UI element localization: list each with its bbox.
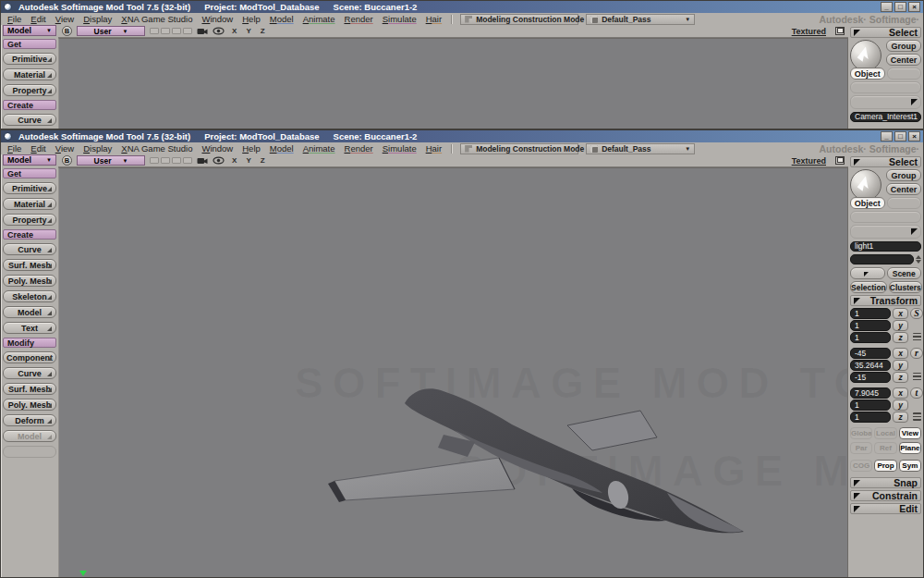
menu-animate[interactable]: Animate [298,143,340,154]
select-tool-button[interactable] [850,169,881,201]
scale-x-toggle[interactable]: x [893,308,908,319]
sidebar-button-poly-mesh[interactable]: Poly. Mesh [3,399,56,411]
translate-x-field[interactable]: 7.9045 [850,387,891,399]
sidebar-button-component[interactable]: Component [3,351,56,363]
translate-y-field[interactable]: 1 [850,400,891,411]
sidebar-button-surf-mesh[interactable]: Surf. Mesh [3,383,56,395]
snap-panel-header[interactable]: Snap [850,477,921,488]
menu-hair[interactable]: Hair [421,143,446,154]
display-mode-menu[interactable]: Textured [792,156,826,166]
sidebar-button-property[interactable]: Property [3,214,56,226]
sidebar-button-model[interactable]: Model [3,430,56,442]
toolbar-mode-dropdown[interactable]: Model ▼ [3,154,56,166]
empty-filter-slot[interactable] [850,81,921,93]
menu-view[interactable]: View [51,143,79,154]
pick-session-slot[interactable] [850,95,921,109]
global-button[interactable]: Global [850,427,872,439]
menu-help[interactable]: Help [237,143,265,154]
menu-hair[interactable]: Hair [421,14,446,24]
object-button[interactable]: Object [850,197,885,209]
menu-render[interactable]: Render [340,14,378,24]
sidebar-empty-slot[interactable] [3,446,56,458]
sidebar-button-model[interactable]: Model [3,306,56,318]
scale-x-field[interactable]: 1 [850,308,891,319]
sidebar-button-surf-mesh[interactable]: Surf. Mesh [3,259,56,271]
menu-edit[interactable]: Edit [26,14,50,24]
plane-button[interactable]: Plane [899,442,921,454]
construction-mode-dropdown[interactable]: Modeling Construction Mode ▼ [460,143,578,154]
view-button[interactable]: View [899,427,921,439]
scale-y-field[interactable]: 1 [850,320,891,331]
rotate-letter-button[interactable]: r [910,348,923,359]
sidebar-header-modify[interactable]: Modify [3,338,56,348]
menu-view[interactable]: View [51,14,79,24]
minimize-button[interactable]: _ [881,131,893,141]
sidebar-header-get[interactable]: Get [3,39,56,49]
sidebar-button-property[interactable]: Property [3,84,56,96]
menu-animate[interactable]: Animate [298,14,340,24]
sidebar-header-create[interactable]: Create [3,229,56,240]
center-button[interactable]: Center [886,183,921,195]
sidebar-button-material[interactable]: Material [3,198,56,210]
translate-y-toggle[interactable]: y [893,400,908,411]
menu-file[interactable]: File [3,143,26,154]
viewport-b-button[interactable]: B [62,155,72,166]
toolbar-mode-dropdown[interactable]: Model ▼ [3,25,56,36]
explore-button[interactable]: Explore [850,267,885,279]
selection-button[interactable]: Selection [850,281,887,293]
camera-view-dropdown[interactable]: User ▼ [77,26,145,36]
edit-panel-header[interactable]: Edit [850,503,921,514]
menu-simulate[interactable]: Simulate [378,143,421,154]
menu-window[interactable]: Window [197,143,237,154]
viewport-memo-buttons[interactable] [150,28,192,34]
viewport-3d[interactable]: SOFTIMAGE MOD TOOL SOFTIMAGE MOD TOOL [58,167,848,577]
pick-session-slot[interactable] [850,225,921,239]
center-button[interactable]: Center [886,54,921,66]
viewport-b-button[interactable]: B [62,26,72,36]
eye-icon[interactable] [213,27,225,35]
prop-button[interactable]: Prop [874,460,896,472]
minimize-button[interactable]: _ [881,2,893,12]
eye-icon[interactable] [213,156,225,165]
scene-button[interactable]: Scene [887,267,922,279]
viewport-3d[interactable] [58,38,848,129]
par-button[interactable]: Par [850,442,872,454]
construction-mode-dropdown[interactable]: Modeling Construction Mode ▼ [460,14,578,25]
menu-file[interactable]: File [3,14,26,24]
rotate-link-axes-icon[interactable] [913,373,921,381]
camera-icon[interactable] [197,156,208,165]
pass-dropdown[interactable]: Default_Pass ▼ [586,143,695,154]
scale-link-axes-icon[interactable] [913,333,921,341]
object-button[interactable]: Object [850,68,885,80]
sidebar-button-curve[interactable]: Curve [3,114,56,126]
scale-z-toggle[interactable]: z [893,332,908,343]
rotate-y-toggle[interactable]: y [893,360,908,371]
ref-button[interactable]: Ref [874,442,896,454]
menu-render[interactable]: Render [340,143,378,154]
scale-letter-button[interactable]: S [910,308,923,319]
group-button[interactable]: Group [886,169,921,181]
axis-toggle-xyz[interactable]: X Y Z [232,156,269,165]
translate-letter-button[interactable]: t [910,387,923,399]
rotate-z-field[interactable]: -15 [850,372,891,383]
viewport-resize-icon[interactable] [835,27,845,35]
sidebar-button-deform[interactable]: Deform [3,414,56,426]
select-tool-button[interactable] [850,40,881,71]
titlebar[interactable]: Autodesk Softimage Mod Tool 7.5 (32-bit)… [1,1,923,13]
close-button[interactable]: × [908,2,920,12]
selection-spinner[interactable] [916,255,921,264]
rotate-y-field[interactable]: 35.2644 [850,360,891,371]
selection-list-field[interactable] [850,254,914,264]
restore-button[interactable]: □ [894,2,906,12]
sidebar-button-curve[interactable]: Curve [3,367,56,379]
empty-filter-slot[interactable] [887,68,922,80]
pass-dropdown[interactable]: Default_Pass ▼ [586,14,695,25]
menu-display[interactable]: Display [79,143,116,154]
group-button[interactable]: Group [886,40,921,52]
sidebar-button-primitive[interactable]: Primitive [3,182,56,194]
viewport-resize-icon[interactable] [835,156,845,165]
translate-z-field[interactable]: 1 [850,412,891,423]
menu-model[interactable]: Model [265,143,298,154]
menu-xna-game-studio[interactable]: XNA Game Studio [116,143,197,154]
sidebar-button-skeleton[interactable]: Skeleton [3,290,56,302]
